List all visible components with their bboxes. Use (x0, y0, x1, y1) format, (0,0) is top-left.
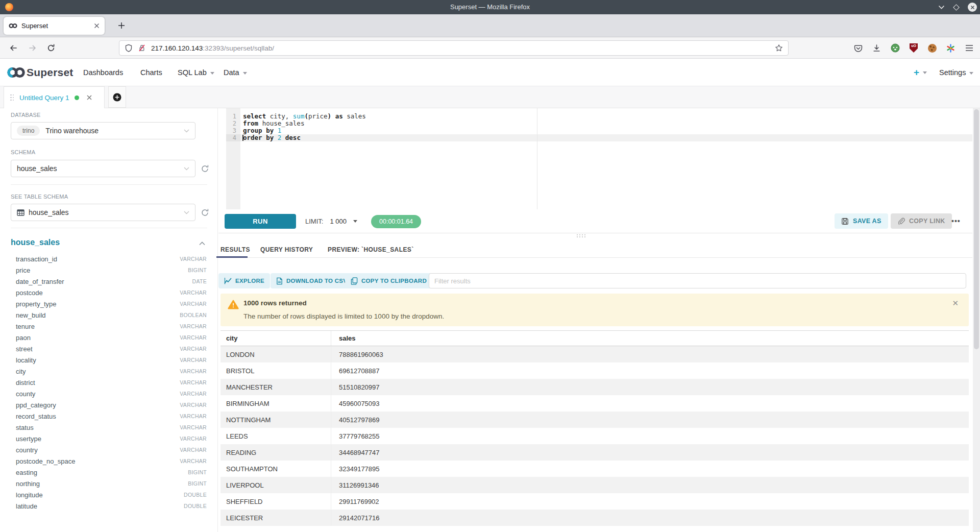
brand-name: Superset (27, 59, 73, 86)
filter-results-input[interactable] (429, 273, 966, 288)
column-header-sales[interactable]: sales (331, 331, 969, 346)
more-actions-button[interactable]: ••• (951, 213, 961, 229)
explore-chart-icon (224, 277, 232, 284)
nav-settings-menu[interactable]: Settings (939, 59, 973, 86)
privacy-extension-button[interactable] (891, 43, 900, 53)
scrollbar-track[interactable] (973, 108, 980, 532)
drag-handle-icon[interactable] (10, 94, 14, 101)
column-type: VARCHAR (180, 289, 207, 296)
scrollbar-thumb[interactable] (974, 109, 979, 349)
table-row: MANCHESTER 51510820997 (220, 379, 969, 395)
csv-file-icon (276, 277, 283, 285)
pocket-icon (854, 44, 863, 53)
chevron-down-icon (184, 129, 189, 133)
column-type: VARCHAR (180, 346, 207, 352)
tab-close-icon[interactable] (94, 23, 100, 29)
cell-sales: 788861960063 (331, 346, 969, 362)
cell-city: SHEFFIELD (220, 498, 331, 505)
cookie-extension-button[interactable] (927, 43, 937, 53)
column-type: VARCHAR (180, 413, 207, 419)
tab-preview-house-sales[interactable]: PREVIEW: `HOUSE_SALES` (328, 244, 414, 256)
table-row: BIRMINGHAM 45960075093 (220, 395, 969, 412)
download-csv-button[interactable]: DOWNLOAD TO CSV (271, 273, 353, 288)
window-minimize-button[interactable] (938, 0, 945, 14)
browser-toolbar: 217.160.120.143:32393/superset/sqllab/ u… (0, 37, 980, 59)
query-status-dot (75, 95, 79, 100)
cell-sales: 40512797869 (331, 412, 969, 428)
editor-print-margin (537, 108, 537, 209)
refresh-schema-icon[interactable] (201, 164, 209, 173)
schema-column-row: ppd_category VARCHAR (11, 399, 207, 410)
table-select[interactable]: house_sales (11, 204, 195, 221)
column-name: postcode_no_space (16, 457, 75, 465)
multi-account-extension-button[interactable] (946, 43, 955, 53)
add-query-tab-button[interactable] (108, 86, 126, 108)
alert-title: 1000 rows returned (243, 299, 307, 307)
column-name: status (16, 424, 34, 431)
cell-city: LEEDS (220, 432, 331, 440)
menu-button[interactable] (965, 43, 974, 53)
active-tab-underline (216, 256, 248, 258)
explore-button[interactable]: EXPLORE (218, 273, 270, 288)
new-tab-button[interactable] (116, 20, 127, 31)
column-name: city (16, 368, 26, 375)
bookmark-star-icon[interactable] (775, 44, 783, 52)
ublock-extension-button[interactable]: uO (909, 43, 918, 53)
nav-item-sql-lab[interactable]: SQL Lab (178, 59, 214, 86)
schema-select[interactable]: house_sales (11, 160, 195, 177)
back-icon[interactable] (9, 44, 17, 52)
table-row: SHEFFIELD 29911769902 (220, 493, 969, 510)
column-name: new_build (16, 311, 46, 319)
nav-item-data[interactable]: Data (224, 59, 247, 86)
insecure-lock-icon[interactable] (138, 44, 146, 52)
limit-dropdown[interactable]: LIMIT: 1 000 (305, 214, 357, 229)
table-row: LIVERPOOL 31126991346 (220, 477, 969, 493)
tab-query-history[interactable]: QUERY HISTORY (260, 244, 313, 256)
refresh-table-icon[interactable] (201, 208, 209, 217)
chevron-down-icon (184, 211, 189, 214)
column-type: BIGINT (188, 480, 207, 487)
results-table: city sales LONDON 788861960063 BRISTOL 6… (220, 330, 969, 526)
column-name: district (16, 379, 35, 386)
browser-tab[interactable]: Superset (4, 17, 105, 35)
url-bar[interactable]: 217.160.120.143:32393/superset/sqllab/ (119, 40, 789, 56)
results-table-header: city sales (220, 331, 969, 346)
editor-code[interactable]: select city, sum(price) as salesfrom hou… (240, 108, 972, 209)
query-tab-active[interactable]: Untitled Query 1 (4, 86, 105, 108)
tracking-shield-icon[interactable] (125, 44, 133, 52)
downloads-button[interactable] (872, 43, 881, 53)
nav-item-charts[interactable]: Charts (140, 59, 162, 86)
column-name: easting (16, 469, 37, 476)
schema-column-row: county VARCHAR (11, 388, 207, 399)
alert-close-button[interactable]: ✕ (952, 299, 959, 308)
column-name: price (16, 267, 30, 274)
schema-column-row: latitude DOUBLE (11, 500, 207, 512)
pocket-button[interactable] (853, 43, 863, 53)
sidebar-divider (11, 184, 207, 185)
window-maximize-button[interactable] (954, 0, 959, 14)
resize-handle-icon[interactable] (577, 234, 585, 237)
column-type: VARCHAR (180, 436, 207, 442)
tab-results[interactable]: RESULTS (220, 244, 250, 256)
url-host: 217.160.120.143 (151, 44, 203, 52)
caret-down-icon (210, 72, 214, 75)
column-type: VARCHAR (180, 256, 207, 262)
nav-add-button[interactable]: + (914, 59, 927, 86)
forward-icon[interactable] (29, 44, 37, 52)
schema-column-row: transaction_id VARCHAR (11, 253, 207, 264)
copy-to-clipboard-button[interactable]: COPY TO CLIPBOARD (345, 273, 432, 288)
column-header-city[interactable]: city (220, 334, 331, 342)
reload-icon[interactable] (47, 44, 55, 52)
window-close-button[interactable] (968, 0, 977, 14)
save-as-button[interactable]: SAVE AS (835, 213, 888, 229)
alert-body: The number of rows displayed is limited … (243, 312, 444, 320)
cell-sales: 29142071716 (331, 510, 969, 526)
run-button[interactable]: RUN (225, 214, 296, 229)
schema-columns-list: transaction_id VARCHAR price BIGINT date… (11, 253, 207, 512)
copy-link-button[interactable]: COPY LINK (891, 213, 952, 229)
database-select[interactable]: trino Trino warehouse (11, 122, 195, 139)
sidebar-divider (11, 228, 207, 228)
query-tab-close-icon[interactable] (86, 94, 92, 101)
collapse-chevron-up-icon[interactable] (199, 241, 205, 246)
nav-item-dashboards[interactable]: Dashboards (83, 59, 123, 86)
